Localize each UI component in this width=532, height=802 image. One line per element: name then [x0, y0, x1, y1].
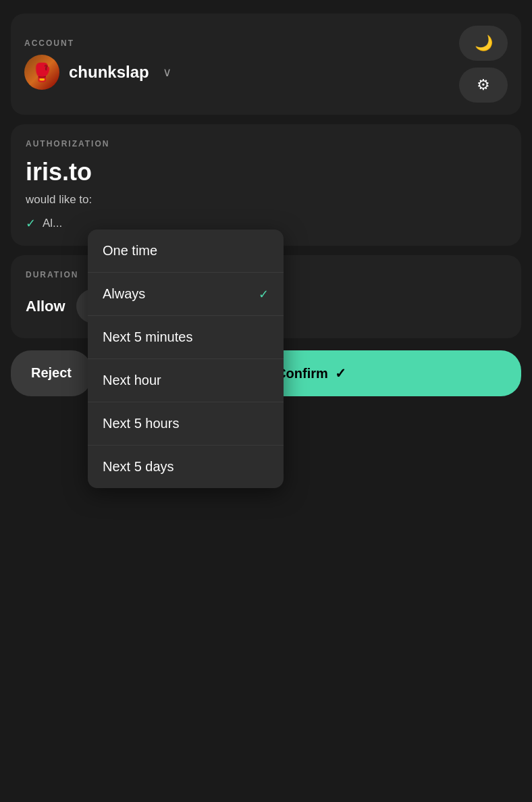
authorization-label: AUTHORIZATION: [26, 139, 506, 149]
gear-icon: ⚙: [477, 76, 490, 94]
dropdown-item-label: Always: [103, 286, 145, 302]
allow-label: Allow: [26, 298, 65, 315]
dropdown-selected-icon: ✓: [259, 287, 269, 302]
account-label: ACCOUNT: [24, 38, 171, 48]
dropdown-item-next-5-minutes[interactable]: Next 5 minutes: [88, 316, 284, 359]
dropdown-item-next-5-days[interactable]: Next 5 days: [88, 446, 284, 488]
confirm-check-icon: ✓: [335, 365, 346, 381]
avatar: 🥊: [24, 55, 59, 90]
permission-text: Al...: [43, 217, 62, 230]
dropdown-item-one-time[interactable]: One time: [88, 230, 284, 273]
dropdown-item-label: Next 5 hours: [103, 416, 179, 431]
username: chunkslap: [69, 63, 149, 82]
duration-dropdown: One time Always ✓ Next 5 minutes Next ho…: [88, 230, 284, 488]
auth-description: would like to:: [26, 193, 506, 207]
account-card: ACCOUNT 🥊 chunkslap ∨ 🌙 ⚙: [11, 14, 521, 115]
confirm-label: Confirm: [276, 366, 328, 381]
dropdown-item-label: Next 5 days: [103, 459, 174, 475]
reject-button[interactable]: Reject: [11, 350, 92, 396]
dropdown-item-always[interactable]: Always ✓: [88, 273, 284, 316]
authorization-card: AUTHORIZATION iris.to would like to: ✓ A…: [11, 124, 521, 246]
account-right: 🌙 ⚙: [459, 26, 508, 103]
account-left: ACCOUNT 🥊 chunkslap ∨: [24, 38, 171, 90]
moon-icon: 🌙: [475, 34, 493, 52]
dropdown-item-label: One time: [103, 243, 157, 259]
auth-site: iris.to: [26, 158, 506, 186]
chevron-down-icon[interactable]: ∨: [163, 65, 171, 80]
dropdown-item-next-5-hours[interactable]: Next 5 hours: [88, 402, 284, 446]
account-user: 🥊 chunkslap ∨: [24, 55, 171, 90]
dropdown-item-next-hour[interactable]: Next hour: [88, 359, 284, 402]
permission-check-icon: ✓: [26, 216, 36, 231]
settings-button[interactable]: ⚙: [459, 68, 508, 103]
dark-mode-button[interactable]: 🌙: [459, 26, 508, 61]
auth-permission: ✓ Al...: [26, 216, 506, 231]
dropdown-item-label: Next 5 minutes: [103, 329, 192, 345]
dropdown-item-label: Next hour: [103, 373, 161, 388]
